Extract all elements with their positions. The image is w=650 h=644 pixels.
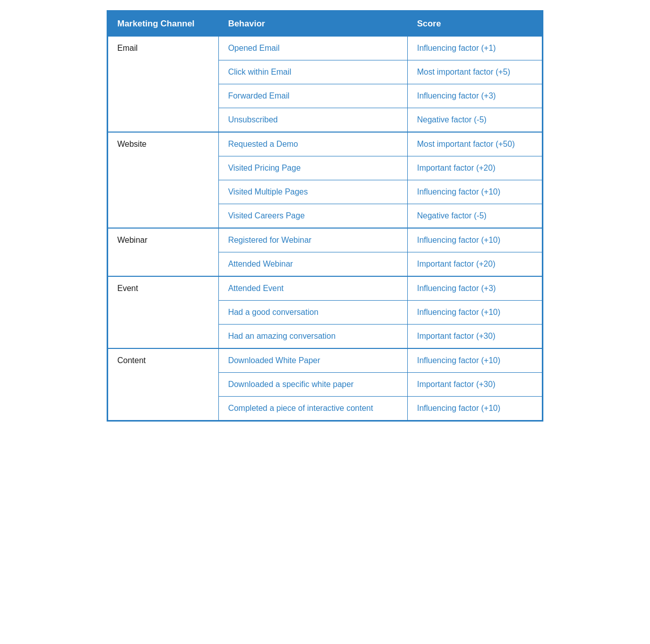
score-cell: Influencing factor (+10) (408, 397, 542, 421)
channel-cell: Email (108, 37, 219, 133)
table-row: WebsiteRequested a DemoMost important fa… (108, 132, 542, 156)
score-cell: Influencing factor (+3) (408, 276, 542, 301)
score-cell: Important factor (+20) (408, 156, 542, 180)
table-row: EmailOpened EmailInfluencing factor (+1) (108, 37, 542, 60)
channel-cell: Event (108, 276, 219, 348)
header-score: Score (408, 12, 542, 37)
behavior-cell: Forwarded Email (219, 84, 408, 108)
score-cell: Most important factor (+5) (408, 60, 542, 84)
behavior-cell: Registered for Webinar (219, 228, 408, 252)
behavior-cell: Downloaded White Paper (219, 348, 408, 373)
behavior-cell: Completed a piece of interactive content (219, 397, 408, 421)
behavior-cell: Requested a Demo (219, 132, 408, 156)
table-row: WebinarRegistered for WebinarInfluencing… (108, 228, 542, 252)
behavior-cell: Had a good conversation (219, 301, 408, 325)
score-cell: Influencing factor (+10) (408, 228, 542, 252)
score-cell: Negative factor (-5) (408, 204, 542, 229)
behavior-cell: Visited Multiple Pages (219, 180, 408, 204)
table-row: EventAttended EventInfluencing factor (+… (108, 276, 542, 301)
table-row: ContentDownloaded White PaperInfluencing… (108, 348, 542, 373)
score-cell: Influencing factor (+10) (408, 180, 542, 204)
header-marketing-channel: Marketing Channel (108, 12, 219, 37)
channel-cell: Website (108, 132, 219, 228)
behavior-cell: Visited Careers Page (219, 204, 408, 229)
score-cell: Important factor (+30) (408, 325, 542, 349)
channel-cell: Webinar (108, 228, 219, 276)
behavior-cell: Attended Webinar (219, 252, 408, 277)
score-cell: Important factor (+20) (408, 252, 542, 277)
score-cell: Influencing factor (+1) (408, 37, 542, 60)
behavior-cell: Click within Email (219, 60, 408, 84)
score-cell: Important factor (+30) (408, 373, 542, 397)
score-cell: Most important factor (+50) (408, 132, 542, 156)
score-cell: Influencing factor (+10) (408, 301, 542, 325)
behavior-cell: Attended Event (219, 276, 408, 301)
behavior-cell: Had an amazing conversation (219, 325, 408, 349)
score-cell: Negative factor (-5) (408, 108, 542, 133)
header-behavior: Behavior (219, 12, 408, 37)
score-cell: Influencing factor (+3) (408, 84, 542, 108)
scoring-table: Marketing Channel Behavior Score EmailOp… (107, 10, 543, 422)
score-cell: Influencing factor (+10) (408, 348, 542, 373)
table-header-row: Marketing Channel Behavior Score (108, 12, 542, 37)
behavior-cell: Downloaded a specific white paper (219, 373, 408, 397)
channel-cell: Content (108, 348, 219, 421)
behavior-cell: Unsubscribed (219, 108, 408, 133)
behavior-cell: Opened Email (219, 37, 408, 60)
behavior-cell: Visited Pricing Page (219, 156, 408, 180)
